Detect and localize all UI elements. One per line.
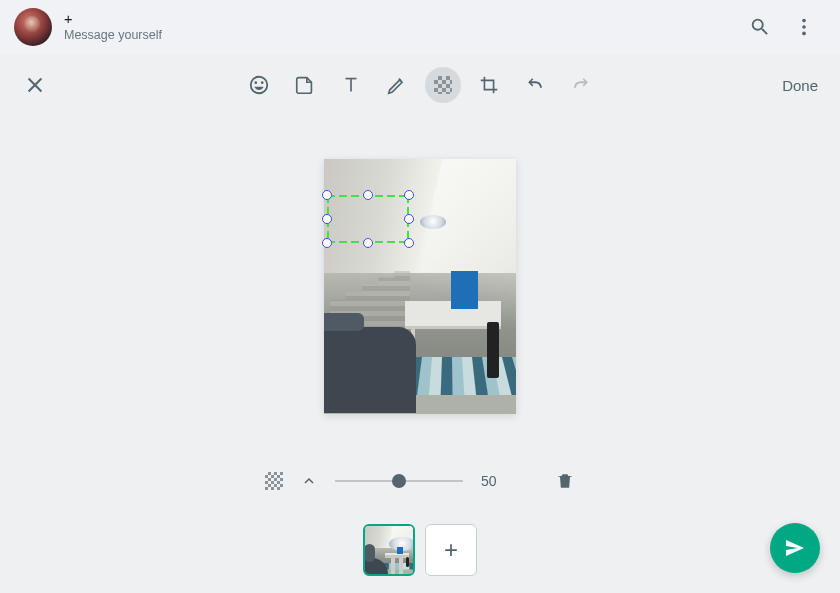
editor-canvas[interactable] xyxy=(0,116,840,456)
pixelate-value: 50 xyxy=(481,473,505,489)
image-preview[interactable] xyxy=(324,159,516,414)
menu-icon[interactable] xyxy=(782,5,826,49)
chat-title: + xyxy=(64,11,162,28)
pixelate-selection[interactable] xyxy=(327,195,409,243)
sticker-icon[interactable] xyxy=(287,67,323,103)
add-label: + xyxy=(444,538,458,562)
thumbnail-selected[interactable] xyxy=(363,524,415,576)
send-icon xyxy=(783,536,807,560)
selection-handle-e[interactable] xyxy=(404,214,414,224)
pixelate-size-icon[interactable] xyxy=(265,472,283,490)
selection-handle-n[interactable] xyxy=(363,190,373,200)
redo-icon xyxy=(563,67,599,103)
chevron-up-icon[interactable] xyxy=(301,473,317,489)
svg-point-2 xyxy=(802,32,806,36)
send-button[interactable] xyxy=(770,523,820,573)
selection-handle-w[interactable] xyxy=(322,214,332,224)
pixelate-controls: 50 xyxy=(0,456,840,506)
svg-point-0 xyxy=(802,19,806,23)
selection-handle-se[interactable] xyxy=(404,238,414,248)
svg-point-1 xyxy=(802,25,806,29)
pixelate-slider[interactable] xyxy=(335,471,463,491)
chat-header: + Message yourself xyxy=(0,0,840,54)
slider-thumb[interactable] xyxy=(392,474,406,488)
editor-toolbar: Done xyxy=(0,54,840,116)
header-titles[interactable]: + Message yourself xyxy=(64,11,162,43)
close-icon[interactable] xyxy=(20,70,50,100)
done-button[interactable]: Done xyxy=(780,73,820,98)
selection-handle-ne[interactable] xyxy=(404,190,414,200)
pixelate-icon[interactable] xyxy=(425,67,461,103)
search-icon[interactable] xyxy=(738,5,782,49)
undo-icon[interactable] xyxy=(517,67,553,103)
add-media-button[interactable]: + xyxy=(425,524,477,576)
text-icon[interactable] xyxy=(333,67,369,103)
selection-handle-sw[interactable] xyxy=(322,238,332,248)
trash-icon[interactable] xyxy=(555,471,575,491)
chat-subtitle: Message yourself xyxy=(64,28,162,43)
crop-icon[interactable] xyxy=(471,67,507,103)
draw-icon[interactable] xyxy=(379,67,415,103)
emoji-icon[interactable] xyxy=(241,67,277,103)
avatar[interactable] xyxy=(14,8,52,46)
thumbnail-strip: + xyxy=(0,524,840,576)
selection-handle-s[interactable] xyxy=(363,238,373,248)
selection-handle-nw[interactable] xyxy=(322,190,332,200)
